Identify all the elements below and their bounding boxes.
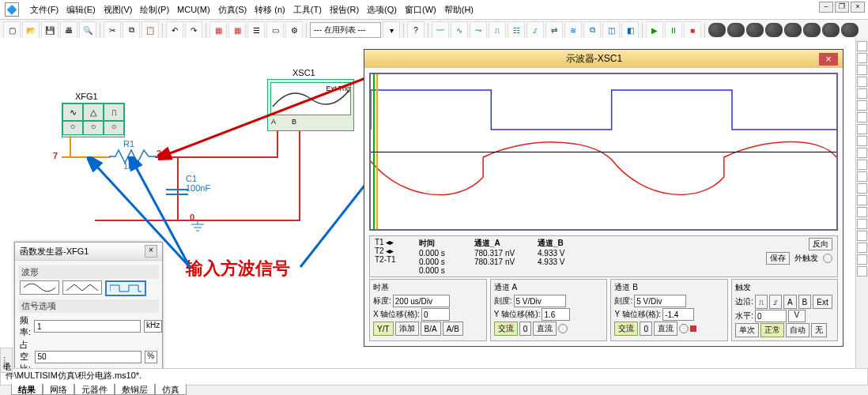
save-button[interactable]: 保存 [766,252,790,265]
comp-pill[interactable] [784,23,802,37]
an7-icon[interactable]: ⇄ [545,21,563,39]
freq-unit[interactable]: kHz [144,320,162,333]
cha-zero-button[interactable]: 0 [519,322,532,336]
add-button[interactable]: 添加 [395,322,419,336]
trig-a-button[interactable]: A [783,295,797,309]
preview-icon[interactable]: 🔍 [79,21,96,39]
print-icon[interactable]: 🖶 [60,21,77,39]
an8-icon[interactable]: ≋ [564,21,582,39]
copy-icon[interactable]: ⧉ [123,21,140,39]
comp-pill[interactable] [803,23,821,37]
dock-item[interactable] [857,243,867,253]
yt-button[interactable]: Y/T [373,322,394,336]
minimize-icon[interactable]: – [819,2,833,13]
cut-icon[interactable]: ✂ [104,21,121,39]
menu-reports[interactable]: 报告(R) [330,4,359,16]
chb-zero-button[interactable]: 0 [640,322,652,336]
dock-item[interactable] [857,183,867,194]
dock-item[interactable] [857,160,867,170]
an3-icon[interactable]: ⤳ [470,21,487,39]
osc-display[interactable] [369,73,838,231]
dock-item[interactable] [857,254,867,265]
menu-tools[interactable]: 工具(T) [293,4,322,16]
close-icon[interactable]: × [851,2,865,13]
dock-item[interactable] [857,136,867,146]
chb-yoff-input[interactable] [662,308,694,321]
timebase-xoff-input[interactable] [421,308,450,321]
comp-pill[interactable] [841,23,859,37]
an11-icon[interactable]: ◧ [621,21,639,39]
stop-icon[interactable]: ■ [684,21,701,39]
dock-item[interactable] [857,53,867,63]
trig-level-input[interactable] [755,310,787,322]
chb-port[interactable] [679,324,689,333]
pause-icon[interactable]: ⏸ [665,21,682,39]
trig-single-button[interactable]: 单次 [735,323,759,337]
wave-triangle-button[interactable] [62,280,102,295]
chb-scale-input[interactable] [634,295,686,307]
reverse-button[interactable]: 反向 [809,238,832,250]
combo-drop-icon[interactable]: ▾ [383,21,400,39]
paste-icon[interactable]: 📋 [142,21,159,39]
list-icon[interactable]: ☰ [247,21,265,39]
an2-icon[interactable]: ∿ [451,21,468,39]
comp-pill[interactable] [708,23,726,37]
wave-square-button[interactable] [105,280,146,296]
an9-icon[interactable]: ⧉ [583,21,601,39]
menu-sim[interactable]: 仿真(S) [218,4,247,16]
tab-components[interactable]: 元器件 [74,384,115,395]
an4-icon[interactable]: ⎍ [489,21,506,39]
grid2-icon[interactable]: ▦ [228,21,246,39]
cha-port[interactable] [558,324,568,333]
dock-item[interactable] [857,219,867,229]
menu-draw[interactable]: 绘制(P) [140,4,169,16]
undo-icon[interactable]: ↶ [166,21,183,39]
an10-icon[interactable]: ◫ [602,21,620,39]
trig-auto-button[interactable]: 自动 [786,323,810,337]
dock-item[interactable] [857,41,867,51]
tool-icon[interactable]: ⚙ [285,21,303,39]
chip-icon[interactable]: ▭ [266,21,284,39]
edge-rise-icon[interactable]: ⎍ [755,295,768,309]
dock-item[interactable] [857,148,867,158]
cha-dc-button[interactable]: 直流 [533,322,557,336]
dock-item[interactable] [857,100,867,111]
fg-close-icon[interactable]: × [145,245,157,258]
in-use-list-combo[interactable]: --- 在用列表 --- [310,22,381,38]
cha-ac-button[interactable]: 交流 [494,322,518,336]
dock-item[interactable] [857,77,867,87]
dock-item[interactable] [857,171,867,182]
trig-normal-button[interactable]: 正常 [760,323,784,337]
osc-close-icon[interactable]: × [819,53,838,66]
dock-item[interactable] [857,195,867,205]
dock-item[interactable] [857,112,867,122]
ext-trig-port[interactable] [823,254,832,263]
cha-scale-input[interactable] [514,295,566,307]
tab-results[interactable]: 结果 [11,384,43,395]
timebase-scale-input[interactable] [393,295,450,307]
run-icon[interactable]: ▶ [646,21,663,39]
tab-simulation[interactable]: 仿真 [155,384,187,395]
chb-ac-button[interactable]: 交流 [614,322,638,336]
an5-icon[interactable]: ☷ [508,21,525,39]
edge-fall-icon[interactable]: ⎎ [769,295,782,309]
tab-copper[interactable]: 敷铜层 [115,384,155,395]
an1-icon[interactable]: 〰 [432,21,449,39]
ab-button[interactable]: A/B [443,322,463,336]
cha-yoff-input[interactable] [542,308,570,321]
dock-item[interactable] [857,207,867,217]
menu-options[interactable]: 选项(Q) [367,4,397,16]
tab-nets[interactable]: 网络 [43,384,74,395]
menu-mcu[interactable]: MCU(M) [177,5,210,14]
trig-b-button[interactable]: B [798,295,812,309]
an6-icon[interactable]: ⎎ [526,21,544,39]
redo-icon[interactable]: ↷ [185,21,202,39]
dock-item[interactable] [857,65,867,75]
menu-window[interactable]: 窗口(W) [405,4,436,16]
duty-input[interactable] [35,351,142,363]
dock-item[interactable] [857,266,867,276]
trig-none-button[interactable]: 无 [811,323,827,337]
oscilloscope-dialog[interactable]: 示波器-XSC1 × T1 ◂▸ T2 ◂▸ T2-T1 时间 0.000 s0… [364,49,843,347]
chb-dc-button[interactable]: 直流 [654,322,677,336]
menu-help[interactable]: 帮助(H) [444,4,474,16]
